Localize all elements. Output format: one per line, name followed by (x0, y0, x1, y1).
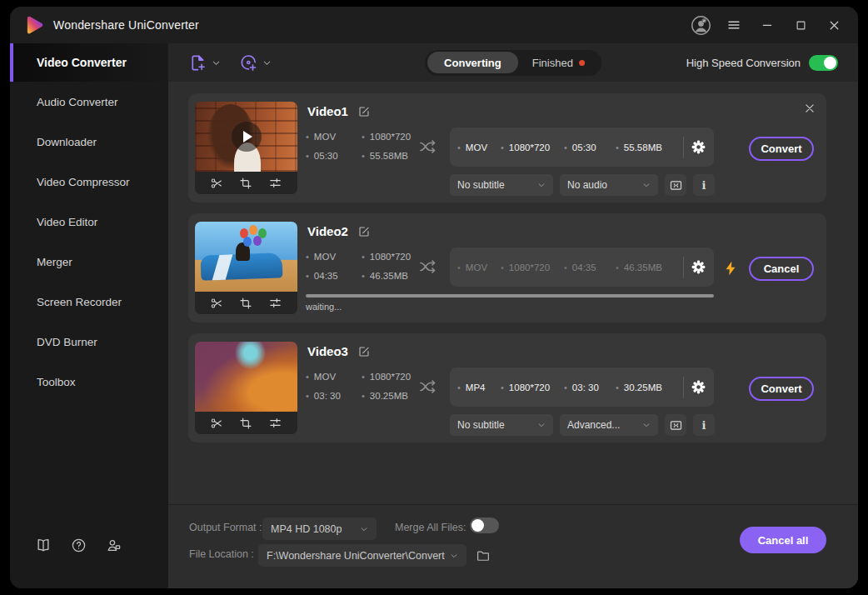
subtitle-dropdown[interactable]: No subtitle (450, 174, 553, 196)
sidebar-item-toolbox[interactable]: Toolbox (10, 362, 168, 402)
convert-button[interactable]: Convert (749, 137, 814, 161)
output-format-value: MP4 HD 1080p (271, 523, 342, 535)
contact-icon[interactable] (105, 537, 122, 553)
status-tabs: Converting Finished (425, 50, 601, 76)
edit-icon[interactable] (357, 225, 371, 238)
trim-icon[interactable] (210, 297, 223, 310)
crop-icon[interactable] (239, 297, 252, 310)
app-window: Wondershare UniConverter (10, 7, 858, 588)
target-format: MOV (457, 262, 501, 272)
progress-bar (306, 294, 714, 298)
trim-icon[interactable] (210, 177, 223, 190)
footer-bar: Output Format : MP4 HD 1080p Merge All F… (168, 504, 858, 588)
titlebar: Wondershare UniConverter (10, 7, 858, 43)
target-resolution: 1080*720 (501, 262, 564, 272)
compress-icon[interactable] (665, 414, 686, 436)
account-avatar-icon[interactable] (688, 12, 713, 38)
lightning-icon (722, 260, 739, 277)
user-guide-icon[interactable] (35, 537, 52, 553)
source-resolution: 1080*720 (362, 372, 411, 382)
sidebar-item-audio-converter[interactable]: Audio Converter (10, 82, 168, 122)
merge-all-files-label: Merge All Files: (395, 522, 466, 533)
merge-toggle[interactable] (470, 518, 499, 533)
output-format-label: Output Format : (189, 522, 262, 533)
high-speed-label: High Speed Conversion (686, 57, 801, 69)
tab-converting[interactable]: Converting (427, 52, 518, 73)
sidebar-item-label: Merger (37, 256, 72, 268)
add-files-button[interactable] (188, 53, 221, 72)
shuffle-icon (418, 377, 438, 397)
subtitle-value: No subtitle (457, 179, 505, 191)
sidebar-item-video-compressor[interactable]: Video Compressor (10, 162, 168, 202)
compress-icon[interactable] (665, 174, 686, 196)
sidebar-item-screen-recorder[interactable]: Screen Recorder (10, 282, 168, 322)
sidebar-item-merger[interactable]: Merger (10, 242, 168, 282)
sidebar-item-dvd-burner[interactable]: DVD Burner (10, 322, 168, 362)
sidebar-item-label: Video Compressor (37, 176, 130, 188)
chevron-down-icon (642, 421, 651, 429)
chevron-down-icon (212, 58, 221, 68)
high-speed-toggle[interactable] (809, 55, 838, 71)
gear-icon[interactable] (691, 139, 706, 155)
trim-icon[interactable] (210, 417, 223, 430)
chevron-down-icon (642, 181, 651, 189)
audio-value: Advanced... (567, 419, 620, 431)
subtitle-dropdown[interactable]: No subtitle (450, 414, 553, 436)
info-icon[interactable]: i (693, 414, 715, 436)
video-thumbnail[interactable] (195, 222, 297, 314)
gear-icon[interactable] (691, 379, 706, 395)
crop-icon[interactable] (239, 417, 252, 430)
help-icon[interactable] (70, 537, 87, 553)
sidebar-item-label: Video Editor (37, 216, 97, 228)
target-format: MP4 (457, 382, 501, 392)
sidebar-item-video-editor[interactable]: Video Editor (10, 202, 168, 242)
target-duration: 04:35 (564, 262, 616, 272)
sidebar-item-downloader[interactable]: Downloader (10, 122, 168, 162)
gear-icon[interactable] (691, 259, 706, 275)
add-file-icon (188, 53, 207, 72)
cancel-all-button[interactable]: Cancel all (740, 527, 826, 553)
file-location-dropdown[interactable]: F:\Wondershare UniConverter\Converted (258, 544, 466, 567)
app-logo-icon (23, 14, 45, 36)
edit-icon[interactable] (357, 345, 371, 358)
task-list: Video1 MOV 1080*720 05:30 55.58MB MOV 10… (168, 82, 858, 504)
effects-icon[interactable] (268, 296, 282, 310)
video-thumbnail[interactable] (195, 342, 297, 434)
target-duration: 05:30 (564, 142, 616, 152)
main-panel: Converting Finished High Speed Conversio… (168, 43, 858, 588)
sidebar-item-video-converter[interactable]: Video Converter (10, 43, 168, 82)
app-title: Wondershare UniConverter (53, 18, 199, 32)
maximize-icon[interactable] (788, 12, 813, 38)
edit-icon[interactable] (357, 105, 371, 118)
menu-icon[interactable] (721, 12, 746, 38)
effects-icon[interactable] (268, 176, 282, 190)
audio-dropdown[interactable]: No audio (560, 174, 658, 196)
output-format-dropdown[interactable]: MP4 HD 1080p (262, 518, 377, 540)
cancel-button[interactable]: Cancel (749, 257, 814, 281)
source-info: MOV 1080*720 05:30 55.58MB (306, 132, 411, 161)
effects-icon[interactable] (268, 416, 282, 430)
open-folder-icon[interactable] (476, 548, 491, 563)
output-settings-box[interactable]: MOV 1080*720 04:35 46.35MB (450, 248, 714, 287)
info-icon[interactable]: i (693, 174, 715, 196)
source-info: MOV 1080*720 04:35 46.35MB (306, 252, 411, 281)
play-icon[interactable] (232, 122, 262, 152)
load-dvd-button[interactable] (239, 53, 272, 72)
chevron-down-icon (262, 58, 272, 68)
audio-dropdown[interactable]: Advanced... (560, 414, 658, 436)
output-settings-box[interactable]: MP4 1080*720 03: 30 30.25MB (450, 368, 714, 407)
crop-icon[interactable] (239, 177, 252, 190)
remove-task-icon[interactable] (804, 102, 816, 114)
video-title: Video3 (307, 344, 348, 358)
sidebar-item-label: Toolbox (37, 376, 76, 388)
convert-button[interactable]: Convert (749, 377, 814, 401)
minimize-icon[interactable] (755, 12, 780, 38)
output-settings-box[interactable]: MOV 1080*720 05:30 55.58MB (450, 128, 714, 167)
chevron-down-icon (537, 421, 546, 429)
tab-finished[interactable]: Finished (518, 52, 599, 73)
file-location-value: F:\Wondershare UniConverter\Converted (267, 550, 445, 562)
sidebar-item-label: Audio Converter (37, 96, 118, 108)
close-window-icon[interactable] (821, 12, 846, 38)
video-thumbnail[interactable] (195, 102, 297, 194)
sidebar-item-label: Downloader (37, 136, 97, 148)
